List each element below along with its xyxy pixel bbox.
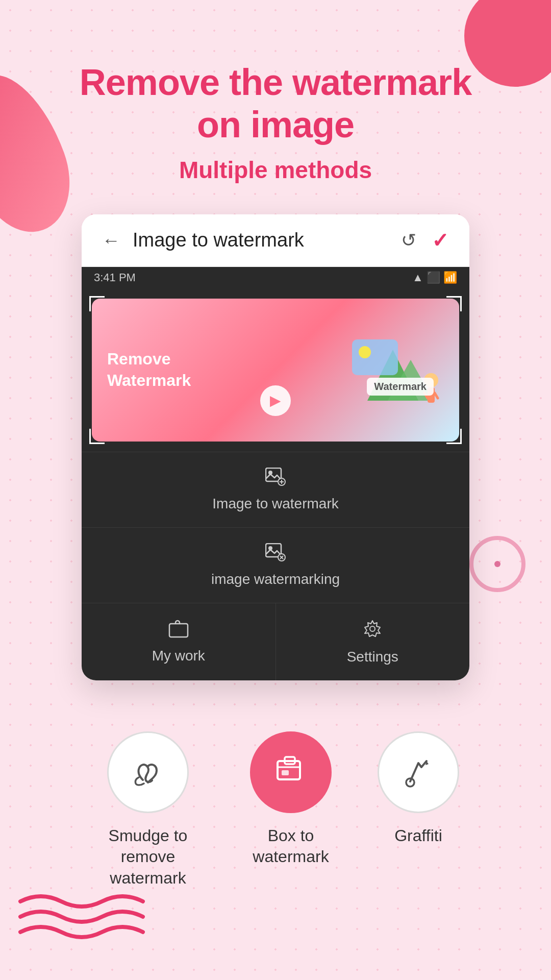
svg-line-7 bbox=[435, 393, 438, 398]
app-header-left: ← Image to watermark bbox=[102, 229, 304, 251]
status-time: 3:41 PM bbox=[94, 271, 136, 284]
svg-rect-18 bbox=[169, 624, 188, 637]
box-label: Box to watermark bbox=[235, 825, 347, 868]
graffiti-circle bbox=[378, 731, 459, 813]
banner-text: Remove Watermark bbox=[107, 349, 191, 391]
play-button[interactable]: ▶ bbox=[260, 385, 291, 416]
smudge-label: Smudge to remove watermark bbox=[92, 825, 204, 889]
box-circle bbox=[250, 731, 332, 813]
phone-mockup: ← Image to watermark ↺ ✓ 3:41 PM ▲ ⬛ 📶 ☆… bbox=[82, 214, 469, 680]
menu-item-my-work[interactable]: My work bbox=[82, 603, 276, 680]
refresh-button[interactable]: ↺ bbox=[401, 230, 416, 251]
method-graffiti[interactable]: Graffiti bbox=[378, 731, 459, 847]
status-bar: 3:41 PM ▲ ⬛ 📶 bbox=[82, 267, 469, 288]
app-header-title: Image to watermark bbox=[133, 229, 304, 251]
hero-subtitle: Multiple methods bbox=[179, 156, 372, 184]
settings-label: Settings bbox=[347, 649, 398, 665]
image-watermarking-icon bbox=[265, 543, 286, 566]
method-box[interactable]: Box to watermark bbox=[235, 731, 347, 868]
hero-title: Remove the watermark on image bbox=[80, 61, 471, 146]
svg-rect-2 bbox=[352, 339, 398, 375]
back-button[interactable]: ← bbox=[102, 230, 120, 251]
my-work-icon bbox=[168, 620, 189, 643]
svg-rect-24 bbox=[282, 770, 289, 775]
menu-item-settings[interactable]: Settings bbox=[276, 603, 470, 680]
svg-point-20 bbox=[370, 626, 375, 631]
app-header: ← Image to watermark ↺ ✓ bbox=[82, 214, 469, 267]
menu-row: My work Settings bbox=[82, 603, 469, 680]
methods-section: Smudge to remove watermark Box to waterm… bbox=[61, 731, 490, 930]
image-watermark-label: Image to watermark bbox=[212, 496, 338, 512]
menu-item-image-watermark[interactable]: Image to watermark bbox=[82, 452, 469, 527]
confirm-button[interactable]: ✓ bbox=[432, 229, 449, 252]
svg-point-3 bbox=[359, 346, 371, 358]
graffiti-label: Graffiti bbox=[394, 825, 442, 847]
banner-illustration: Watermark bbox=[337, 319, 449, 421]
image-watermarking-label: image watermarking bbox=[211, 571, 340, 587]
smudge-circle bbox=[107, 731, 189, 813]
svg-marker-19 bbox=[365, 621, 380, 636]
method-smudge[interactable]: Smudge to remove watermark bbox=[92, 731, 204, 889]
status-icons: ▲ ⬛ 📶 bbox=[412, 271, 457, 284]
banner-inner: Remove Watermark bbox=[92, 299, 459, 442]
image-watermark-icon bbox=[265, 468, 286, 491]
banner-area: ☆ Remove Watermark bbox=[82, 288, 469, 452]
watermark-badge: Watermark bbox=[367, 378, 434, 396]
menu-grid: Image to watermark image watermarking bbox=[82, 452, 469, 680]
menu-item-image-watermarking[interactable]: image watermarking bbox=[82, 527, 469, 603]
my-work-label: My work bbox=[152, 648, 205, 664]
settings-icon bbox=[362, 619, 383, 644]
app-header-right: ↺ ✓ bbox=[401, 229, 449, 252]
